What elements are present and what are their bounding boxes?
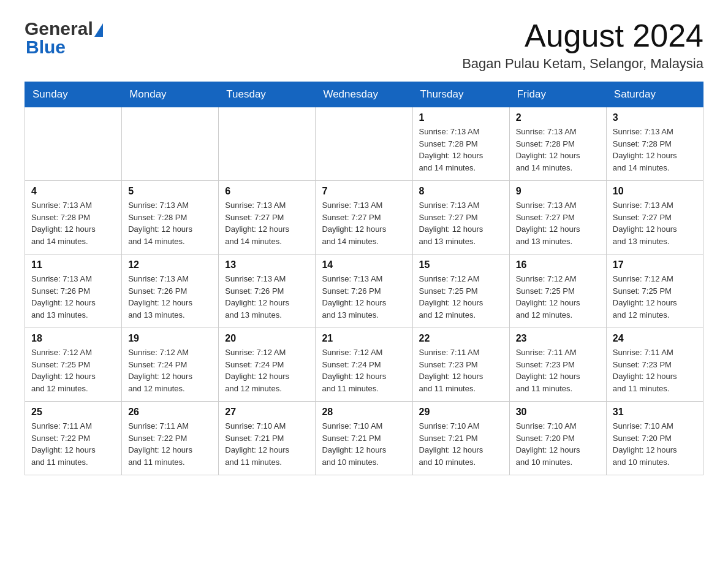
day-info: Sunrise: 7:12 AM Sunset: 7:24 PM Dayligh… <box>225 347 309 394</box>
calendar-day-cell: 31Sunrise: 7:10 AM Sunset: 7:20 PM Dayli… <box>606 402 703 475</box>
day-info: Sunrise: 7:13 AM Sunset: 7:28 PM Dayligh… <box>419 126 503 174</box>
calendar-day-cell: 4Sunrise: 7:13 AM Sunset: 7:28 PM Daylig… <box>25 181 122 255</box>
page-header: General Blue August 2024 Bagan Pulau Ket… <box>25 18 703 72</box>
day-number: 20 <box>225 333 309 344</box>
calendar-day-cell: 26Sunrise: 7:11 AM Sunset: 7:22 PM Dayli… <box>122 402 219 475</box>
day-info: Sunrise: 7:13 AM Sunset: 7:28 PM Dayligh… <box>31 199 115 247</box>
calendar-week-row: 11Sunrise: 7:13 AM Sunset: 7:26 PM Dayli… <box>25 255 703 328</box>
day-info: Sunrise: 7:12 AM Sunset: 7:24 PM Dayligh… <box>128 347 212 394</box>
day-info: Sunrise: 7:13 AM Sunset: 7:27 PM Dayligh… <box>419 199 503 247</box>
title-block: August 2024 Bagan Pulau Ketam, Selangor,… <box>462 18 703 72</box>
day-number: 3 <box>613 112 697 123</box>
day-info: Sunrise: 7:10 AM Sunset: 7:20 PM Dayligh… <box>516 420 600 468</box>
calendar-day-cell: 3Sunrise: 7:13 AM Sunset: 7:28 PM Daylig… <box>606 107 703 181</box>
calendar-day-cell: 17Sunrise: 7:12 AM Sunset: 7:25 PM Dayli… <box>606 255 703 328</box>
day-info: Sunrise: 7:13 AM Sunset: 7:28 PM Dayligh… <box>128 199 212 247</box>
logo-general-text: General <box>25 18 93 39</box>
day-number: 4 <box>31 186 115 197</box>
day-number: 11 <box>31 259 115 270</box>
calendar-header-monday: Monday <box>122 82 219 107</box>
day-number: 9 <box>516 186 600 197</box>
day-number: 25 <box>31 407 115 418</box>
day-info: Sunrise: 7:13 AM Sunset: 7:28 PM Dayligh… <box>613 126 697 174</box>
day-info: Sunrise: 7:12 AM Sunset: 7:25 PM Dayligh… <box>613 273 697 321</box>
day-info: Sunrise: 7:13 AM Sunset: 7:26 PM Dayligh… <box>322 273 406 321</box>
calendar-day-cell: 15Sunrise: 7:12 AM Sunset: 7:25 PM Dayli… <box>412 255 509 328</box>
day-info: Sunrise: 7:12 AM Sunset: 7:24 PM Dayligh… <box>322 347 406 394</box>
day-number: 6 <box>225 186 309 197</box>
day-info: Sunrise: 7:12 AM Sunset: 7:25 PM Dayligh… <box>516 273 600 321</box>
calendar-day-cell: 12Sunrise: 7:13 AM Sunset: 7:26 PM Dayli… <box>122 255 219 328</box>
day-info: Sunrise: 7:11 AM Sunset: 7:23 PM Dayligh… <box>613 347 697 394</box>
day-number: 14 <box>322 259 406 270</box>
location-title: Bagan Pulau Ketam, Selangor, Malaysia <box>462 56 703 72</box>
calendar-day-cell: 25Sunrise: 7:11 AM Sunset: 7:22 PM Dayli… <box>25 402 122 475</box>
day-number: 21 <box>322 333 406 344</box>
day-number: 24 <box>613 333 697 344</box>
calendar-header-row: SundayMondayTuesdayWednesdayThursdayFrid… <box>25 82 703 107</box>
calendar-day-cell <box>25 107 122 181</box>
calendar-day-cell: 20Sunrise: 7:12 AM Sunset: 7:24 PM Dayli… <box>219 328 316 402</box>
calendar-day-cell <box>219 107 316 181</box>
calendar-day-cell <box>316 107 412 181</box>
day-number: 5 <box>128 186 212 197</box>
calendar-day-cell: 11Sunrise: 7:13 AM Sunset: 7:26 PM Dayli… <box>25 255 122 328</box>
calendar-header-wednesday: Wednesday <box>316 82 412 107</box>
calendar-header-tuesday: Tuesday <box>219 82 316 107</box>
day-number: 15 <box>419 259 503 270</box>
calendar-header-thursday: Thursday <box>412 82 509 107</box>
calendar-day-cell: 5Sunrise: 7:13 AM Sunset: 7:28 PM Daylig… <box>122 181 219 255</box>
calendar-day-cell: 6Sunrise: 7:13 AM Sunset: 7:27 PM Daylig… <box>219 181 316 255</box>
calendar-day-cell: 29Sunrise: 7:10 AM Sunset: 7:21 PM Dayli… <box>412 402 509 475</box>
day-info: Sunrise: 7:11 AM Sunset: 7:22 PM Dayligh… <box>31 420 115 468</box>
day-info: Sunrise: 7:11 AM Sunset: 7:23 PM Dayligh… <box>419 347 503 394</box>
calendar-day-cell: 14Sunrise: 7:13 AM Sunset: 7:26 PM Dayli… <box>316 255 412 328</box>
calendar-day-cell: 23Sunrise: 7:11 AM Sunset: 7:23 PM Dayli… <box>509 328 606 402</box>
calendar-week-row: 18Sunrise: 7:12 AM Sunset: 7:25 PM Dayli… <box>25 328 703 402</box>
calendar-day-cell: 13Sunrise: 7:13 AM Sunset: 7:26 PM Dayli… <box>219 255 316 328</box>
day-number: 29 <box>419 407 503 418</box>
calendar-day-cell: 18Sunrise: 7:12 AM Sunset: 7:25 PM Dayli… <box>25 328 122 402</box>
day-number: 26 <box>128 407 212 418</box>
calendar-header-saturday: Saturday <box>606 82 703 107</box>
day-info: Sunrise: 7:12 AM Sunset: 7:25 PM Dayligh… <box>419 273 503 321</box>
day-number: 27 <box>225 407 309 418</box>
day-info: Sunrise: 7:13 AM Sunset: 7:27 PM Dayligh… <box>225 199 309 247</box>
calendar-day-cell <box>122 107 219 181</box>
day-info: Sunrise: 7:10 AM Sunset: 7:21 PM Dayligh… <box>322 420 406 468</box>
calendar-week-row: 1Sunrise: 7:13 AM Sunset: 7:28 PM Daylig… <box>25 107 703 181</box>
calendar-day-cell: 28Sunrise: 7:10 AM Sunset: 7:21 PM Dayli… <box>316 402 412 475</box>
day-number: 17 <box>613 259 697 270</box>
logo-blue-text: Blue <box>25 37 66 58</box>
day-number: 8 <box>419 186 503 197</box>
calendar-header-sunday: Sunday <box>25 82 122 107</box>
day-number: 19 <box>128 333 212 344</box>
calendar-day-cell: 10Sunrise: 7:13 AM Sunset: 7:27 PM Dayli… <box>606 181 703 255</box>
day-number: 30 <box>516 407 600 418</box>
calendar-day-cell: 16Sunrise: 7:12 AM Sunset: 7:25 PM Dayli… <box>509 255 606 328</box>
calendar-table: SundayMondayTuesdayWednesdayThursdayFrid… <box>25 82 703 475</box>
calendar-day-cell: 30Sunrise: 7:10 AM Sunset: 7:20 PM Dayli… <box>509 402 606 475</box>
day-info: Sunrise: 7:13 AM Sunset: 7:26 PM Dayligh… <box>128 273 212 321</box>
month-title: August 2024 <box>462 18 703 53</box>
day-number: 31 <box>613 407 697 418</box>
day-info: Sunrise: 7:13 AM Sunset: 7:28 PM Dayligh… <box>516 126 600 174</box>
calendar-day-cell: 21Sunrise: 7:12 AM Sunset: 7:24 PM Dayli… <box>316 328 412 402</box>
day-number: 16 <box>516 259 600 270</box>
day-number: 12 <box>128 259 212 270</box>
day-number: 23 <box>516 333 600 344</box>
day-info: Sunrise: 7:13 AM Sunset: 7:26 PM Dayligh… <box>31 273 115 321</box>
day-number: 2 <box>516 112 600 123</box>
day-info: Sunrise: 7:11 AM Sunset: 7:23 PM Dayligh… <box>516 347 600 394</box>
day-number: 22 <box>419 333 503 344</box>
day-info: Sunrise: 7:10 AM Sunset: 7:20 PM Dayligh… <box>613 420 697 468</box>
calendar-day-cell: 19Sunrise: 7:12 AM Sunset: 7:24 PM Dayli… <box>122 328 219 402</box>
logo: General Blue <box>25 18 103 58</box>
calendar-day-cell: 1Sunrise: 7:13 AM Sunset: 7:28 PM Daylig… <box>412 107 509 181</box>
calendar-day-cell: 24Sunrise: 7:11 AM Sunset: 7:23 PM Dayli… <box>606 328 703 402</box>
day-number: 7 <box>322 186 406 197</box>
calendar-week-row: 25Sunrise: 7:11 AM Sunset: 7:22 PM Dayli… <box>25 402 703 475</box>
calendar-day-cell: 7Sunrise: 7:13 AM Sunset: 7:27 PM Daylig… <box>316 181 412 255</box>
calendar-header-friday: Friday <box>509 82 606 107</box>
day-info: Sunrise: 7:12 AM Sunset: 7:25 PM Dayligh… <box>31 347 115 394</box>
